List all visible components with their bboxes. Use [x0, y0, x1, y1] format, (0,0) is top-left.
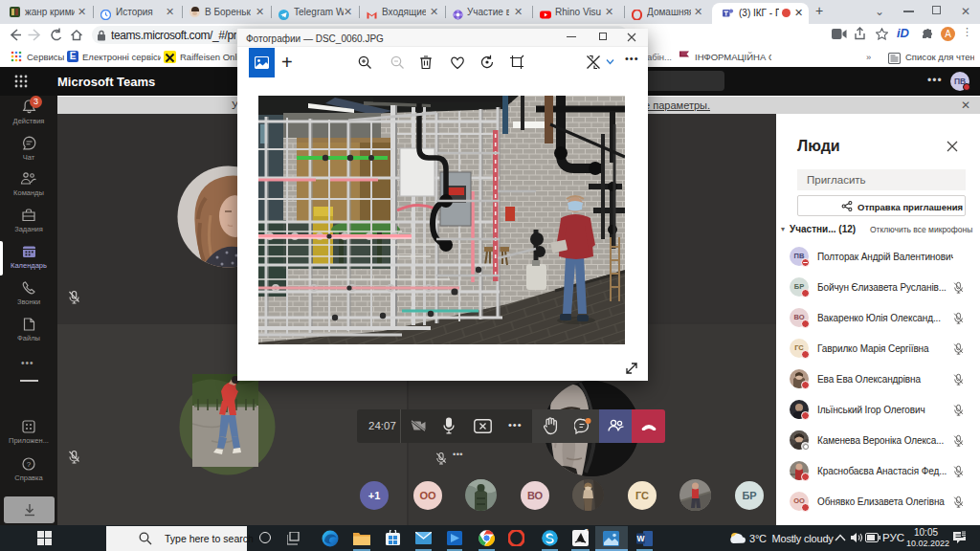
svg-text:W: W	[636, 534, 645, 543]
svg-text:?: ?	[27, 460, 32, 469]
